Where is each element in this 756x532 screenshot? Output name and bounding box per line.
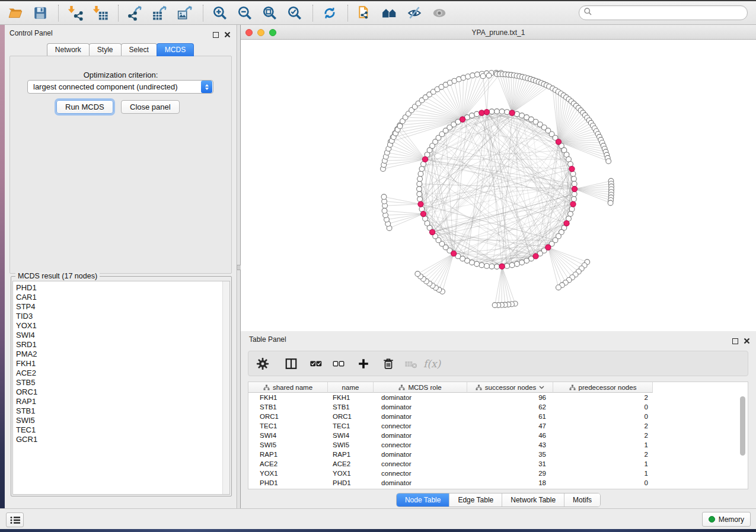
tab-network[interactable]: Network bbox=[47, 43, 90, 56]
network-node-mcds[interactable] bbox=[451, 251, 457, 256]
columns-button[interactable] bbox=[285, 355, 298, 373]
table-scrollbar-thumb[interactable] bbox=[740, 396, 745, 456]
mcds-result-item[interactable]: SRD1 bbox=[13, 340, 229, 350]
network-window-titlebar[interactable]: YPA_prune.txt_1 bbox=[241, 26, 756, 40]
network-node[interactable] bbox=[484, 264, 490, 269]
hide-selected-button[interactable] bbox=[405, 4, 424, 23]
table-cell[interactable]: dominator bbox=[374, 450, 467, 459]
refresh-button[interactable] bbox=[320, 4, 339, 23]
table-cell[interactable]: SWI4 bbox=[328, 431, 374, 440]
network-node-mcds[interactable] bbox=[570, 201, 576, 207]
network-node-mcds[interactable] bbox=[533, 254, 538, 259]
table-cell[interactable]: YOX1 bbox=[248, 469, 328, 478]
mcds-result-item[interactable]: ACE2 bbox=[13, 368, 229, 378]
network-node[interactable] bbox=[570, 171, 576, 177]
table-cell[interactable]: dominator bbox=[374, 431, 467, 440]
network-node[interactable] bbox=[606, 159, 611, 164]
run-mcds-button[interactable]: Run MCDS bbox=[56, 100, 113, 114]
table-cell[interactable]: STB1 bbox=[248, 402, 328, 412]
gear-button[interactable] bbox=[256, 355, 269, 373]
network-node[interactable] bbox=[382, 208, 387, 213]
network-node[interactable] bbox=[417, 187, 422, 192]
table-cell[interactable]: FKH1 bbox=[328, 393, 374, 402]
network-node-mcds[interactable] bbox=[569, 166, 575, 172]
network-node-mcds[interactable] bbox=[499, 264, 505, 269]
table-row[interactable]: ORC1ORC1dominator610 bbox=[248, 412, 653, 421]
mcds-result-item[interactable]: RAP1 bbox=[13, 397, 229, 406]
network-node[interactable] bbox=[489, 109, 495, 114]
network-node[interactable] bbox=[470, 113, 475, 118]
table-row[interactable]: TEC1TEC1connector472 bbox=[248, 421, 653, 431]
zoom-out-button[interactable] bbox=[235, 4, 254, 23]
show-all-button[interactable] bbox=[430, 4, 449, 23]
column-header-successor-nodes[interactable]: successor nodes bbox=[467, 382, 553, 393]
network-node[interactable] bbox=[492, 303, 497, 308]
table-cell[interactable]: RAP1 bbox=[328, 450, 374, 459]
network-node[interactable] bbox=[515, 261, 520, 267]
network-node[interactable] bbox=[495, 264, 500, 270]
network-node[interactable] bbox=[489, 264, 495, 269]
network-node[interactable] bbox=[417, 177, 423, 182]
zoom-fit-button[interactable] bbox=[260, 4, 279, 23]
table-cell[interactable]: 18 bbox=[467, 478, 553, 488]
table-cell[interactable]: ORC1 bbox=[328, 412, 374, 421]
save-button[interactable] bbox=[31, 4, 50, 23]
table-cell[interactable]: SWI5 bbox=[328, 440, 374, 450]
tab-select[interactable]: Select bbox=[121, 43, 157, 56]
network-node[interactable] bbox=[572, 191, 577, 197]
tab-style[interactable]: Style bbox=[89, 43, 122, 56]
mcds-result-item[interactable]: TID3 bbox=[13, 312, 229, 321]
network-node[interactable] bbox=[418, 171, 423, 177]
network-node-mcds[interactable] bbox=[420, 211, 426, 217]
column-header-MCDS-role[interactable]: MCDS role bbox=[374, 382, 467, 393]
network-node[interactable] bbox=[470, 73, 476, 78]
deselect-all-button[interactable] bbox=[332, 355, 345, 373]
network-node[interactable] bbox=[417, 181, 422, 187]
table-cell[interactable]: 35 bbox=[467, 450, 553, 459]
zoom-in-button[interactable] bbox=[210, 4, 229, 23]
table-cell[interactable]: 2 bbox=[553, 421, 653, 431]
network-node-mcds[interactable] bbox=[460, 117, 465, 122]
table-cell[interactable]: STB1 bbox=[328, 402, 374, 412]
table-cell[interactable]: dominator bbox=[374, 402, 467, 412]
network-node-mcds[interactable] bbox=[556, 139, 561, 145]
network-node[interactable] bbox=[569, 207, 575, 212]
column-header-name[interactable]: name bbox=[328, 382, 374, 393]
table-row[interactable]: STB1STB1dominator620 bbox=[248, 402, 653, 412]
table-row[interactable]: FKH1FKH1dominator962 bbox=[248, 393, 653, 402]
open-button[interactable] bbox=[6, 4, 25, 23]
table-row[interactable]: SWI4SWI4dominator462 bbox=[248, 431, 653, 440]
network-node[interactable] bbox=[608, 200, 613, 206]
table-cell[interactable]: 62 bbox=[467, 402, 553, 412]
network-node-mcds[interactable] bbox=[546, 245, 551, 250]
tab-node-table[interactable]: Node Table bbox=[397, 493, 450, 507]
network-node[interactable] bbox=[381, 194, 387, 200]
network-node[interactable] bbox=[515, 111, 520, 117]
mcds-result-item[interactable]: TEC1 bbox=[13, 425, 229, 435]
network-node[interactable] bbox=[505, 110, 510, 115]
table-cell[interactable]: 2 bbox=[553, 393, 653, 402]
table-row[interactable]: ACE2ACE2connector311 bbox=[248, 459, 653, 469]
delete-button[interactable] bbox=[382, 355, 395, 373]
table-row[interactable]: YOX1YOX1connector291 bbox=[248, 469, 653, 478]
table-row[interactable]: PHD1PHD1dominator180 bbox=[248, 478, 653, 488]
network-node[interactable] bbox=[397, 123, 403, 129]
table-cell[interactable]: SWI4 bbox=[248, 431, 328, 440]
network-node[interactable] bbox=[572, 181, 577, 187]
close-panel-icon[interactable] bbox=[224, 30, 231, 40]
mcds-result-item[interactable]: FKH1 bbox=[13, 359, 229, 368]
mcds-result-item[interactable]: ORC1 bbox=[13, 387, 229, 397]
network-node[interactable] bbox=[572, 177, 577, 182]
search-input[interactable] bbox=[592, 7, 747, 19]
tab-edge-table[interactable]: Edge Table bbox=[449, 493, 502, 507]
export-image-button[interactable] bbox=[176, 4, 194, 23]
table-cell[interactable]: TEC1 bbox=[248, 421, 328, 431]
network-node[interactable] bbox=[519, 260, 525, 265]
table-cell[interactable]: 31 bbox=[467, 459, 553, 469]
float-table-panel-icon[interactable] bbox=[732, 338, 738, 344]
task-history-button[interactable] bbox=[6, 512, 24, 527]
table-scrollbar[interactable] bbox=[739, 383, 747, 488]
table-cell[interactable]: YOX1 bbox=[328, 469, 374, 478]
network-node[interactable] bbox=[486, 73, 492, 78]
network-node-mcds[interactable] bbox=[422, 156, 428, 162]
